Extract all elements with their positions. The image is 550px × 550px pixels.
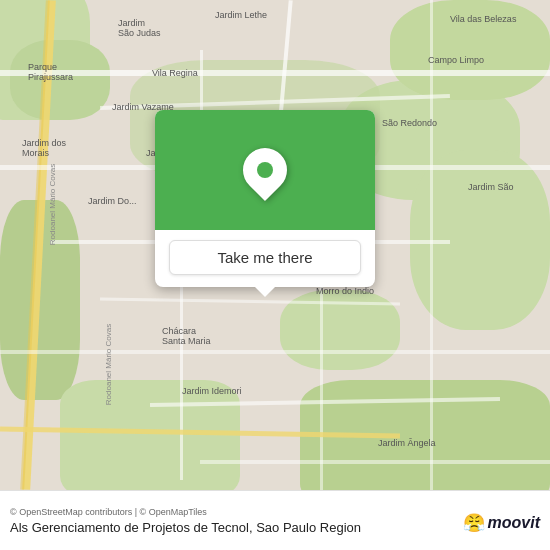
map-label-chacara: ChácaraSanta Maria — [162, 326, 211, 346]
map-label-jardim-morais: Jardim dosMorais — [22, 138, 66, 158]
popup-action-area: Take me there — [155, 230, 375, 287]
map-label-jardim-angela: Jardim Ângela — [378, 438, 436, 448]
map-label-jardim-d: Jardim Do... — [88, 196, 137, 206]
map-label-jardim-lethe: Jardim Lethe — [215, 10, 267, 20]
map-label-jardim-sao: Jardim São — [468, 182, 514, 192]
location-popup: Take me there — [155, 110, 375, 287]
map-attribution: © OpenStreetMap contributors | © OpenMap… — [10, 507, 540, 517]
bottom-info-bar: © OpenStreetMap contributors | © OpenMap… — [0, 490, 550, 550]
popup-header — [155, 110, 375, 230]
map-label-jardim-sao-judas: JardimSão Judas — [118, 18, 161, 38]
place-name: Als Gerenciamento de Projetos de Tecnol,… — [10, 520, 540, 535]
map-label-vila-belezas: Vila das Belezas — [450, 14, 516, 24]
pin-shape — [234, 139, 296, 201]
map-label-vila-regina: Vila Regina — [152, 68, 198, 78]
map-label-rodoanei-1: Rodoanel Mário Covas — [48, 145, 57, 265]
map-container: JardimSão Judas Jardim Lethe Vila das Be… — [0, 0, 550, 490]
take-me-there-button[interactable]: Take me there — [169, 240, 361, 275]
map-label-rodoanei-2: Rodoanel Mário Covas — [104, 305, 113, 425]
map-label-morro-indio: Morro do Índio — [316, 286, 374, 296]
moovit-logo: 😤 moovit — [463, 512, 540, 534]
map-label-parque-pirajussara: ParquePirajussara — [28, 62, 73, 82]
location-pin — [243, 148, 287, 192]
moovit-brand-text: moovit — [488, 514, 540, 532]
map-label-sao-redondo: São Redondo — [382, 118, 437, 128]
map-label-campo-limpo: Campo Limpo — [428, 55, 484, 65]
map-label-jardim-idemori: Jardim Idemori — [182, 386, 242, 396]
pin-dot — [257, 162, 273, 178]
moovit-face-icon: 😤 — [463, 512, 485, 534]
